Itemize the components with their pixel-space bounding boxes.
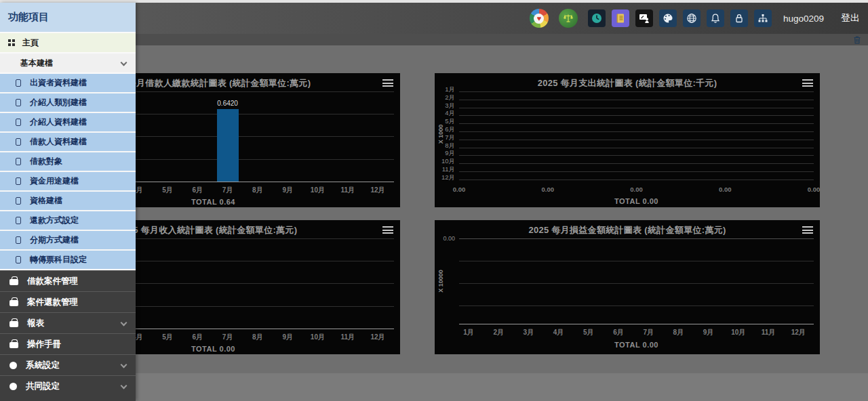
row-gridline (459, 123, 814, 124)
sidebar-sub-item-label: 資金用途建檔 (30, 175, 79, 187)
list-item-icon (16, 138, 21, 146)
sidebar-sub-item-label: 出資者資料建檔 (30, 77, 87, 89)
x-tick-label: 11月 (336, 333, 359, 342)
x-tick-label: 11月 (336, 186, 359, 195)
sidebar-sub-item[interactable]: 借款對象 (0, 152, 136, 172)
x-tick-label: 4月 (547, 328, 570, 337)
x-tick-label: 8月 (667, 328, 690, 337)
bar (217, 109, 239, 182)
logout-button[interactable]: 登出 (841, 12, 860, 24)
sidebar-item-3[interactable]: 報表 (0, 312, 136, 333)
sidebar-item-label: 系統設定 (26, 360, 60, 371)
sidebar-sub-item-label: 資格建檔 (30, 195, 62, 207)
row-gridline (459, 180, 814, 180)
clock-icon[interactable] (588, 9, 606, 27)
x-tick-label: 9月 (697, 328, 720, 337)
topbar-icons: ♥ (530, 9, 772, 28)
x-tick-label: 5月 (156, 186, 179, 195)
chart-panel-expenses: 2025 每月支出統計圖表 (統計金額單位:千元)1月2月3月4月5月6月7月8… (435, 73, 820, 207)
community-logo[interactable]: ♥ (530, 9, 549, 28)
x-tick-label: 7月 (216, 186, 239, 195)
x-tick-label: 11月 (757, 328, 780, 337)
sidebar-item-label: 共同設定 (26, 381, 60, 392)
gridline (459, 261, 814, 261)
chart-title: 2025 每月損益金額統計圖表 (統計金額單位:萬元) (435, 224, 820, 236)
x-tick-label: 7月 (216, 333, 239, 342)
row-gridline (459, 163, 814, 164)
gear-icon (9, 362, 17, 369)
palette-icon[interactable] (659, 9, 677, 27)
x-tick-label: 6月 (186, 186, 209, 195)
sidebar-sub-item-label: 分期方式建檔 (30, 234, 79, 246)
row-gridline (459, 140, 814, 140)
sidebar-header: 功能項目 (0, 3, 136, 33)
sidebar-sub-item-label: 借款對象 (30, 156, 62, 167)
sidebar: 功能項目 主頁 基本建檔 出資者資料建檔介紹人類別建檔介紹人資料建檔借款人資料建… (0, 3, 136, 401)
x-axis-value-label: 0.00 (533, 186, 563, 193)
x-tick-label: 9月 (276, 333, 299, 342)
sidebar-item-4[interactable]: 操作手冊 (0, 333, 136, 354)
sidebar-sub-item[interactable]: 轉傳票科目設定 (0, 251, 136, 270)
lock-icon[interactable] (730, 9, 748, 27)
gridline (459, 283, 814, 284)
sidebar-item-label: 主頁 (22, 37, 39, 49)
sidebar-sub-item-label: 轉傳票科目設定 (30, 254, 87, 266)
list-item-icon (16, 256, 21, 263)
x-axis-value-label: 0.00 (444, 186, 474, 193)
sidebar-item-label: 案件還款管理 (27, 297, 78, 308)
row-gridline (459, 115, 814, 116)
trash-icon[interactable] (852, 35, 862, 45)
globe-icon[interactable] (683, 9, 701, 27)
sidebar-sub-item-label: 介紹人資料建檔 (30, 117, 87, 128)
sidebar-item-2[interactable]: 案件還款管理 (0, 291, 136, 312)
sidebar-item-5[interactable]: 系統設定 (0, 354, 136, 375)
sidebar-sub-item[interactable]: 分期方式建檔 (0, 231, 136, 251)
sidebar-sub-item[interactable]: 還款方式設定 (0, 211, 136, 231)
sidebar-sub-item-label: 借款人資料建檔 (30, 136, 87, 148)
sidebar-group-basic[interactable]: 基本建檔 (0, 54, 136, 74)
sidebar-sub-item[interactable]: 介紹人資料建檔 (0, 113, 136, 133)
total-label: TOTAL 0.64 (146, 198, 281, 206)
chart-title: 2025 每月支出統計圖表 (統計金額單位:千元) (435, 77, 820, 89)
sidebar-group-label: 基本建檔 (20, 58, 53, 69)
y-tick-label: 12月 (436, 173, 455, 182)
sidebar-sub-item[interactable]: 出資者資料建檔 (0, 74, 136, 93)
sitemap-icon[interactable] (754, 9, 772, 27)
sidebar-sub-item[interactable]: 借款人資料建檔 (0, 133, 136, 152)
sidebar-sub-item-label: 還款方式設定 (30, 215, 79, 226)
sidebar-item-1[interactable]: 借款案件管理 (0, 270, 136, 291)
chevron-down-icon (121, 362, 127, 368)
chart-menu-icon[interactable] (382, 226, 393, 234)
chart-menu-icon[interactable] (802, 226, 813, 234)
row-gridline (459, 108, 814, 108)
sidebar-sub-item[interactable]: 介紹人類別建檔 (0, 93, 136, 113)
sidebar-item-label: 操作手冊 (27, 339, 61, 350)
bell-icon[interactable] (707, 9, 724, 27)
x-tick-label: 10月 (306, 333, 329, 342)
list-item-icon (16, 236, 21, 244)
x-tick-label: 7月 (637, 328, 660, 337)
total-label: TOTAL 0.00 (569, 341, 705, 349)
chart-menu-icon[interactable] (382, 79, 393, 87)
briefcase-icon (9, 279, 18, 285)
chevron-down-icon (121, 320, 127, 326)
list-item-icon (16, 99, 21, 106)
home-grid-icon (8, 39, 15, 46)
total-label: TOTAL 0.00 (146, 345, 281, 353)
sidebar-item-home[interactable]: 主頁 (0, 33, 136, 54)
balance-scale-logo[interactable] (559, 9, 578, 28)
row-gridline (459, 100, 814, 100)
x-tick-label: 3月 (517, 328, 540, 337)
presentation-icon[interactable] (635, 9, 653, 27)
gridline (459, 305, 814, 306)
sidebar-item-6[interactable]: 共同設定 (0, 375, 136, 396)
app-screen: ♥ hugo0209 登出 2025 每月借款人繳款統計圖表 (統計金額單位:萬… (0, 0, 868, 401)
row-gridline (459, 91, 814, 92)
chart-panel-profit-loss: 2025 每月損益金額統計圖表 (統計金額單位:萬元)0.00X 100001月… (435, 220, 820, 354)
x-tick-label: 2月 (487, 328, 510, 337)
sidebar-sub-item[interactable]: 資格建檔 (0, 192, 136, 211)
x-axis-line (459, 324, 814, 324)
sidebar-sub-item[interactable]: 資金用途建檔 (0, 172, 136, 192)
chart-menu-icon[interactable] (802, 79, 813, 87)
scroll-icon[interactable] (612, 9, 629, 27)
